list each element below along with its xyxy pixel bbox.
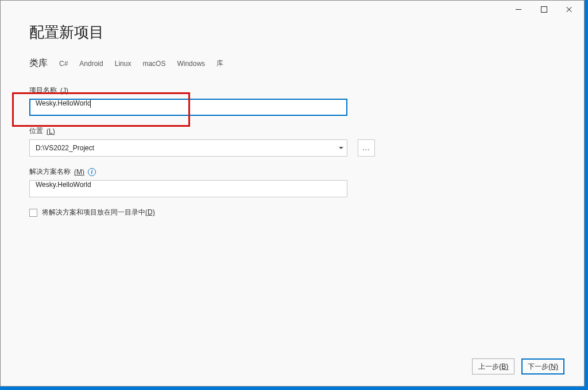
browse-button[interactable]: ... bbox=[358, 139, 375, 157]
location-combobox[interactable]: D:\VS2022_Project bbox=[29, 139, 347, 157]
info-icon[interactable]: i bbox=[88, 168, 96, 176]
same-directory-checkbox[interactable] bbox=[29, 209, 37, 217]
tag-item: Android bbox=[79, 60, 103, 68]
text-cursor-icon bbox=[90, 100, 91, 108]
tag-item: Linux bbox=[115, 60, 131, 68]
next-button[interactable]: 下一步(N) bbox=[521, 358, 564, 375]
minimize-button[interactable] bbox=[506, 1, 531, 17]
tag-item: macOS bbox=[142, 60, 165, 68]
tag-item: Windows bbox=[177, 60, 205, 68]
maximize-button[interactable] bbox=[531, 1, 556, 17]
template-tags-row: 类库 C# Android Linux macOS Windows 库 bbox=[29, 57, 555, 69]
back-button[interactable]: 上一步(B) bbox=[472, 358, 514, 375]
solution-name-input[interactable]: Wesky.HelloWorld bbox=[29, 180, 347, 197]
project-name-input[interactable]: Wesky.HelloWorld bbox=[29, 99, 347, 116]
close-button[interactable] bbox=[556, 1, 582, 17]
chevron-down-icon bbox=[339, 147, 343, 149]
project-name-label: 项目名称(J) bbox=[29, 85, 555, 95]
tag-item: C# bbox=[59, 60, 68, 68]
location-value: D:\VS2022_Project bbox=[36, 144, 94, 152]
titlebar bbox=[1, 1, 584, 18]
dialog-window: 配置新项目 类库 C# Android Linux macOS Windows … bbox=[0, 0, 585, 387]
template-type-label: 类库 bbox=[29, 57, 48, 69]
same-directory-checkbox-label: 将解决方案和项目放在同一目录中(D) bbox=[42, 208, 155, 217]
page-title: 配置新项目 bbox=[29, 22, 555, 42]
tag-item: 库 bbox=[216, 58, 223, 68]
location-label: 位置(L) bbox=[29, 126, 555, 136]
solution-name-label: 解决方案名称(M) i bbox=[29, 167, 555, 177]
